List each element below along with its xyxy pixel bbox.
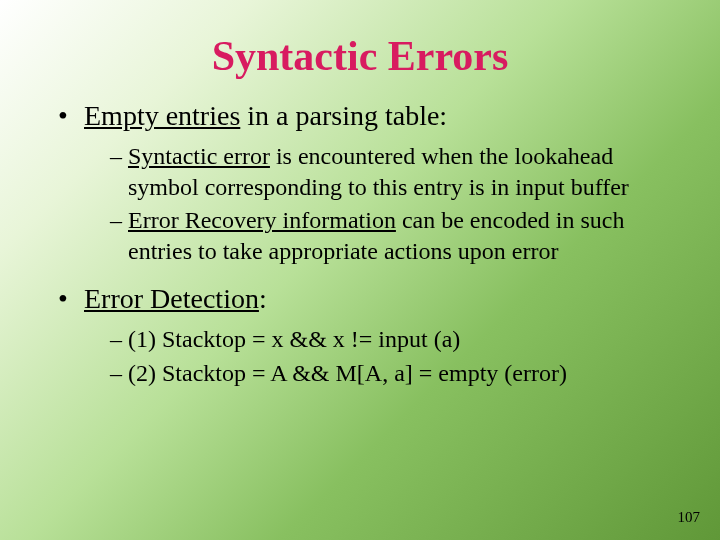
page-number: 107 [678,509,701,526]
sub-item: – Error Recovery information can be enco… [110,205,680,266]
slide-title: Syntactic Errors [0,0,720,98]
dash-icon: – [110,143,122,169]
sub-lead: Syntactic error [128,143,270,169]
dash-icon: – [110,207,122,233]
sub-item: – (1) Stacktop = x && x != input (a) [110,324,680,355]
sub-item: – (2) Stacktop = A && M[A, a] = empty (e… [110,358,680,389]
bullet-item: •Empty entries in a parsing table: [58,98,680,133]
sub-list: – Syntactic error is encountered when th… [110,141,680,267]
sub-rest: (2) Stacktop = A && M[A, a] = empty (err… [128,360,567,386]
bullet-lead: Error Detection [84,283,259,314]
dash-icon: – [110,360,122,386]
dash-icon: – [110,326,122,352]
bullet-dot-icon: • [58,281,84,316]
bullet-item: •Error Detection: [58,281,680,316]
slide-body: •Empty entries in a parsing table: – Syn… [0,98,720,388]
bullet-lead: Empty entries [84,100,240,131]
sub-item: – Syntactic error is encountered when th… [110,141,680,202]
bullet-rest: : [259,283,267,314]
bullet-rest: in a parsing table: [240,100,447,131]
bullet-dot-icon: • [58,98,84,133]
sub-lead: Error Recovery information [128,207,396,233]
sub-rest: (1) Stacktop = x && x != input (a) [128,326,460,352]
sub-list: – (1) Stacktop = x && x != input (a) – (… [110,324,680,388]
